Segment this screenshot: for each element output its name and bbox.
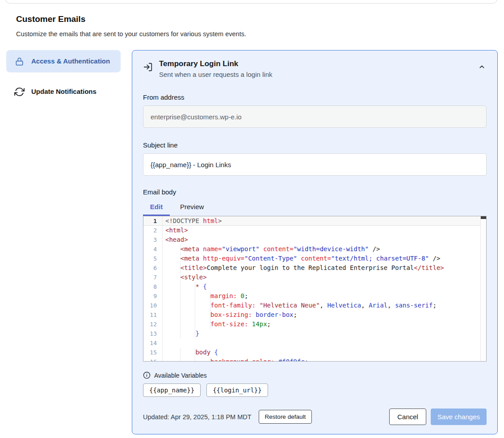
previous-section-card-edge [5, 0, 497, 4]
available-variables-header: Available Variables [143, 371, 487, 379]
code-line[interactable]: 6<title>Complete your login to the Repli… [143, 263, 480, 273]
code-text: } [162, 329, 480, 338]
chevron-up-icon [478, 63, 486, 71]
code-line[interactable]: 14 [143, 338, 480, 348]
code-text: margin: 0; [162, 291, 480, 301]
line-number: 15 [143, 349, 162, 356]
code-text: <html> [162, 226, 480, 235]
code-line[interactable]: 7<style> [143, 273, 480, 282]
tab-edit[interactable]: Edit [143, 200, 170, 216]
subject-line-label: Subject line [143, 141, 487, 149]
code-text: <meta http-equiv="Content-Type" content=… [162, 254, 480, 263]
editor-vertical-scrollbar[interactable] [480, 216, 486, 361]
code-text: * { [162, 282, 480, 291]
tab-preview[interactable]: Preview [180, 200, 204, 216]
code-line[interactable]: 1<!DOCTYPE html> [143, 216, 480, 226]
code-text: <!DOCTYPE html> [162, 216, 480, 226]
sidebar-item-label: Update Notifications [31, 86, 97, 97]
line-number: 9 [143, 293, 162, 299]
line-number: 11 [143, 312, 162, 318]
line-number: 12 [143, 321, 162, 328]
panel-footer: Updated: Apr 29, 2025, 1:18 PM MDT Resto… [143, 409, 487, 425]
email-body-label: Email body [143, 188, 487, 196]
code-line[interactable]: 2<html> [143, 226, 480, 235]
line-number: 2 [143, 227, 162, 234]
line-number: 6 [143, 265, 162, 271]
code-text: <style> [162, 273, 480, 282]
code-text: <head> [162, 235, 480, 244]
available-variables-label: Available Variables [154, 372, 207, 379]
code-line[interactable]: 15body { [143, 348, 480, 357]
variable-chip-app-name[interactable]: {{app_name}} [143, 383, 201, 397]
line-number: 7 [143, 274, 162, 281]
code-line[interactable]: 5<meta http-equiv="Content-Type" content… [143, 254, 480, 263]
email-body-code-editor[interactable]: 1<!DOCTYPE html>2<html>3<head>4<meta nam… [143, 216, 487, 362]
line-number: 5 [143, 255, 162, 262]
line-number: 13 [143, 330, 162, 337]
code-line[interactable]: 16background-color: #f8f9fc; [143, 357, 480, 361]
code-line[interactable]: 9margin: 0; [143, 291, 480, 301]
code-text: background-color: #f8f9fc; [162, 357, 480, 361]
subject-line-input[interactable] [143, 153, 487, 176]
email-body-tabs: Edit Preview [143, 200, 487, 216]
sidebar-item-access-authentication[interactable]: Access & Authentication [6, 50, 121, 72]
code-text: font-size: 14px; [162, 320, 480, 329]
sidebar-item-label: Access & Authentication [31, 56, 110, 67]
editor-scrollbar-thumb[interactable] [481, 216, 486, 219]
code-text: <meta name="viewport" content="width=dev… [162, 244, 480, 254]
collapse-section-button[interactable] [477, 62, 487, 73]
email-types-sidebar: Access & Authentication Update Notificat… [6, 50, 121, 103]
code-line[interactable]: 3<head> [143, 235, 480, 244]
code-line[interactable]: 8* { [143, 282, 480, 291]
panel-header: Temporary Login Link Sent when a user re… [143, 59, 487, 78]
code-line[interactable]: 11box-sizing: border-box; [143, 310, 480, 320]
line-number: 14 [143, 340, 162, 346]
cancel-button[interactable]: Cancel [389, 409, 426, 425]
line-number: 3 [143, 236, 162, 243]
lock-icon [14, 56, 25, 67]
code-text [162, 338, 480, 348]
code-line[interactable]: 13} [143, 329, 480, 338]
panel-subtitle: Sent when a user requests a login link [159, 71, 471, 78]
restore-default-button[interactable]: Restore default [259, 410, 312, 424]
sync-icon [14, 87, 25, 97]
variable-chip-login-url[interactable]: {{login_url}} [206, 383, 268, 397]
variable-chips: {{app_name}} {{login_url}} [143, 383, 487, 397]
content-area: Access & Authentication Update Notificat… [6, 50, 498, 434]
updated-timestamp: Updated: Apr 29, 2025, 1:18 PM MDT [143, 413, 252, 421]
line-number: 1 [143, 218, 162, 224]
info-icon [143, 371, 151, 379]
save-changes-button[interactable]: Save changes [431, 409, 487, 425]
from-address-label: From address [143, 93, 487, 101]
code-text: <title>Complete your login to the Replic… [162, 263, 480, 273]
code-line[interactable]: 4<meta name="viewport" content="width=de… [143, 244, 480, 254]
code-line[interactable]: 12font-size: 14px; [143, 320, 480, 329]
line-number: 16 [143, 358, 162, 361]
temporary-login-link-panel: Temporary Login Link Sent when a user re… [132, 50, 498, 434]
line-number: 8 [143, 283, 162, 290]
page-title: Customer Emails [16, 14, 504, 24]
line-number: 4 [143, 246, 162, 253]
sidebar-item-update-notifications[interactable]: Update Notifications [6, 80, 121, 103]
code-text: font-family: "Helvetica Neue", Helvetica… [162, 301, 480, 310]
line-number: 10 [143, 302, 162, 309]
page-subtitle: Customize the emails that are sent to yo… [16, 30, 504, 38]
code-text: box-sizing: border-box; [162, 310, 480, 320]
code-text: body { [162, 348, 480, 357]
code-line[interactable]: 10font-family: "Helvetica Neue", Helveti… [143, 301, 480, 310]
log-in-icon [143, 62, 153, 72]
panel-title: Temporary Login Link [159, 59, 471, 68]
code-lines: 1<!DOCTYPE html>2<html>3<head>4<meta nam… [143, 216, 480, 361]
from-address-input[interactable] [143, 105, 487, 128]
